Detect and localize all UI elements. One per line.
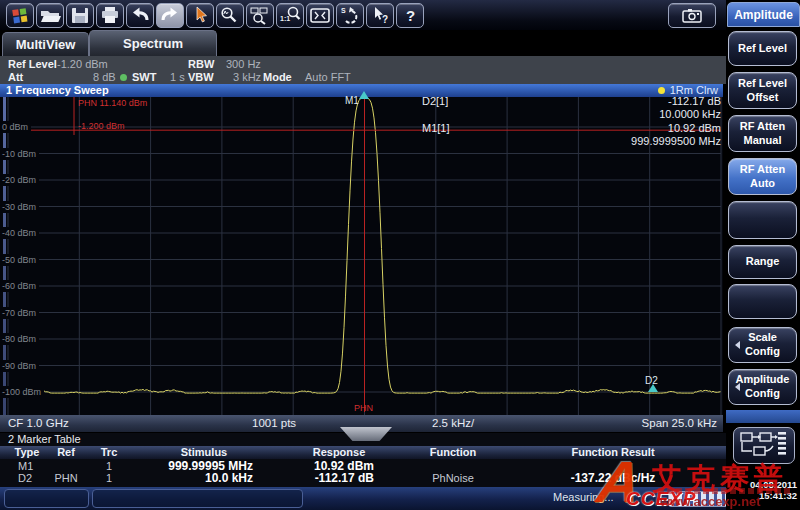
flowchart-icon: [734, 428, 792, 461]
redo-icon[interactable]: [156, 3, 184, 28]
vbw-label: VBW: [188, 71, 214, 83]
readout-d2-value: -112.17 dB: [668, 95, 721, 107]
col-trc: Trc: [101, 446, 118, 459]
marker-table-header: Type Ref Trc Stimulus Response Function …: [0, 446, 732, 459]
y-axis-label: -10 dBm: [2, 148, 39, 160]
marker-table-row-d2: D2 PHN 1 10.0 kHz -112.17 dB PhNoise -13…: [0, 472, 732, 484]
softkey-rf-atten-manual[interactable]: RF Atten Manual: [728, 115, 797, 152]
col-ref: Ref: [57, 446, 75, 459]
y-axis-label: -100 dBm: [2, 386, 44, 398]
softkey-rf-atten-auto[interactable]: RF Atten Auto: [728, 158, 797, 195]
marker-m1-label: M1: [345, 95, 359, 106]
system-time: 15:41:32: [759, 490, 797, 501]
open-file-icon[interactable]: [36, 3, 64, 28]
svg-text:?: ?: [406, 7, 415, 24]
print-icon[interactable]: [96, 3, 124, 28]
att-label: Att: [8, 71, 23, 83]
status-box-center: [92, 489, 303, 508]
att-auto-indicator-icon: [120, 74, 127, 81]
mode-value[interactable]: Auto FFT: [305, 71, 351, 83]
rbw-label: RBW: [188, 58, 214, 70]
y-axis-label: -90 dBm: [2, 360, 39, 372]
system-date: 04.08.2011: [750, 479, 797, 490]
measuring-status: Measuring...: [553, 491, 614, 503]
y-axis-label: -60 dBm: [2, 280, 39, 292]
y-axis-label: -50 dBm: [2, 254, 39, 266]
phn-peak-label: PHN 11.140 dBm: [78, 98, 147, 108]
softkey-menu-title: Amplitude: [727, 2, 800, 27]
att-value[interactable]: 8 dB: [93, 71, 116, 83]
y-axis-label: 0 dBm: [2, 121, 31, 133]
readout-d2-freq: 10.0000 kHz: [659, 108, 721, 120]
span-value[interactable]: Span 25.0 kHz: [642, 415, 717, 432]
undo-icon[interactable]: [126, 3, 154, 28]
help-icon[interactable]: ?: [396, 3, 424, 28]
marker-table-window: 2 Marker Table Type Ref Trc Stimulus Res…: [0, 433, 732, 487]
save-icon[interactable]: [66, 3, 94, 28]
tab-spectrum[interactable]: Spectrum: [89, 30, 217, 56]
zoom-overview-icon[interactable]: [246, 3, 274, 28]
spectrum-analyzer-screen: 1:1 S ? ? MultiView Spectrum Ref Level -…: [0, 0, 800, 510]
sweep-points[interactable]: 1001 pts: [252, 415, 296, 432]
ref-level-label: Ref Level: [8, 58, 57, 70]
swt-value[interactable]: 1 s: [170, 71, 185, 83]
softkey-blank-1[interactable]: [728, 201, 797, 239]
swt-label: SWT: [132, 71, 156, 83]
svg-text:1:1: 1:1: [280, 15, 290, 22]
zoom-1to1-icon[interactable]: 1:1: [276, 3, 304, 28]
zoom-icon[interactable]: [216, 3, 244, 28]
tab-bar: MultiView Spectrum: [0, 30, 726, 56]
tab-multiview[interactable]: MultiView: [2, 32, 89, 56]
mode-label: Mode: [263, 71, 292, 83]
softkey-amplitude-config[interactable]: Amplitude Config: [728, 369, 797, 405]
y-axis-label: -20 dBm: [2, 174, 39, 186]
marker-m1-icon[interactable]: [359, 91, 369, 99]
svg-text:S: S: [341, 7, 346, 14]
marker-table-title: 2 Marker Table: [8, 433, 81, 446]
status-bar: Measuring...: [0, 487, 800, 510]
softkey-ref-level[interactable]: Ref Level: [728, 31, 797, 66]
col-response: Response: [313, 446, 366, 459]
phn-axis-label: PHN: [354, 403, 373, 413]
col-function-result: Function Result: [571, 446, 654, 459]
readout-d2-name: D2[1]: [422, 95, 448, 107]
status-box-left: [4, 489, 89, 508]
softkey-ref-level-offset[interactable]: Ref Level Offset: [728, 72, 797, 109]
y-axis-label: -70 dBm: [2, 307, 39, 319]
marker-d2-icon[interactable]: [648, 384, 658, 392]
sweep-progress-bar: [668, 491, 734, 507]
spectrum-plot[interactable]: 0 dBm -10 dBm -20 dBm -30 dBm -40 dBm -5…: [0, 97, 723, 415]
windows-logo-icon[interactable]: [6, 3, 34, 28]
softkey-sidebar: Amplitude Ref Level Ref Level Offset RF …: [726, 0, 800, 510]
softkey-blank-2[interactable]: [728, 284, 797, 319]
sequencer-icon[interactable]: S: [336, 3, 364, 28]
scale-per-div[interactable]: 2.5 kHz/: [432, 415, 474, 432]
vbw-value[interactable]: 3 kHz: [233, 71, 261, 83]
y-axis-label: -30 dBm: [2, 201, 39, 213]
toolbar: 1:1 S ? ?: [0, 0, 726, 30]
svg-text:?: ?: [382, 14, 388, 25]
trace1-dot-icon: [658, 87, 665, 94]
context-help-icon[interactable]: ?: [366, 3, 394, 28]
settings-bar: Ref Level -1.20 dBm RBW 300 Hz Att 8 dB …: [0, 56, 726, 84]
sidebar-blue-divider: [726, 410, 800, 423]
window1-title: 1 Frequency Sweep: [6, 84, 109, 97]
select-pointer-icon[interactable]: [186, 3, 214, 28]
ref-level-value[interactable]: -1.20 dBm: [57, 58, 108, 70]
y-axis-label: -40 dBm: [2, 227, 39, 239]
display-setup-icon[interactable]: [306, 3, 334, 28]
softkey-scale-config[interactable]: Scale Config: [728, 327, 797, 363]
col-type: Type: [15, 446, 40, 459]
softkey-range[interactable]: Range: [728, 245, 797, 279]
col-stimulus: Stimulus: [181, 446, 227, 459]
display-config-button[interactable]: [733, 427, 795, 464]
spectrum-trace-svg: [0, 97, 723, 415]
ref-level-line-label: -1.200 dBm: [78, 121, 125, 131]
readout-m1-freq: 999.9999500 MHz: [631, 135, 721, 147]
col-function: Function: [430, 446, 476, 459]
screenshot-camera-icon[interactable]: [668, 3, 716, 28]
rbw-value[interactable]: 300 Hz: [226, 58, 261, 70]
readout-m1-name: M1[1]: [422, 122, 450, 134]
center-frequency[interactable]: CF 1.0 GHz: [8, 415, 69, 432]
readout-m1-value: 10.92 dBm: [668, 122, 721, 134]
